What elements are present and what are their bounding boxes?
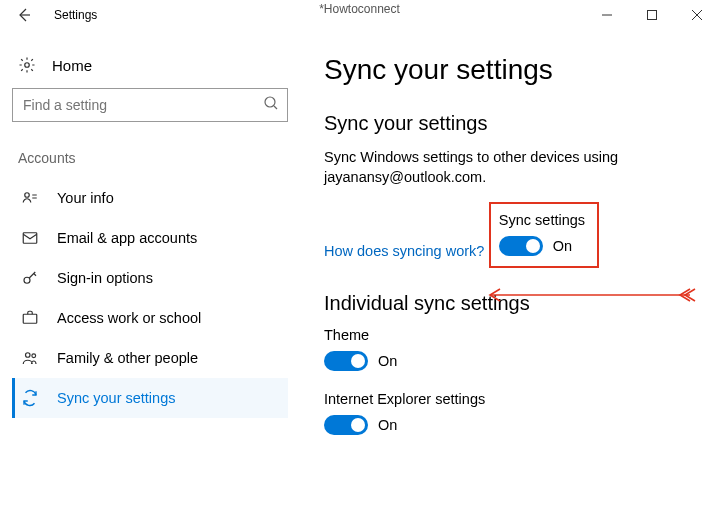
sidebar-item-label: Family & other people bbox=[57, 350, 198, 366]
key-icon bbox=[21, 269, 39, 287]
svg-point-2 bbox=[265, 97, 275, 107]
briefcase-icon bbox=[21, 309, 39, 327]
sidebar-item-work-school[interactable]: Access work or school bbox=[12, 298, 288, 338]
maximize-button[interactable] bbox=[629, 0, 674, 30]
svg-point-1 bbox=[25, 63, 30, 68]
gear-icon bbox=[18, 56, 36, 74]
minimize-button[interactable] bbox=[584, 0, 629, 30]
person-card-icon bbox=[21, 189, 39, 207]
sidebar: Home Accounts Your info bbox=[0, 30, 300, 522]
section-title: Sync your settings bbox=[324, 112, 695, 135]
annotation-highlight-box: Sync settings On bbox=[489, 202, 599, 268]
svg-rect-6 bbox=[23, 314, 37, 323]
svg-point-5 bbox=[24, 277, 30, 283]
sync-icon bbox=[21, 389, 39, 407]
help-link[interactable]: How does syncing work? bbox=[324, 243, 484, 259]
ie-toggle[interactable] bbox=[324, 415, 368, 435]
theme-toggle[interactable] bbox=[324, 351, 368, 371]
sidebar-item-family[interactable]: Family & other people bbox=[12, 338, 288, 378]
theme-setting: Theme On bbox=[324, 327, 695, 371]
main-panel: Sync your settings Sync your settings Sy… bbox=[300, 30, 719, 522]
page-title: Sync your settings bbox=[324, 54, 695, 86]
theme-state: On bbox=[378, 353, 397, 369]
search-box[interactable] bbox=[12, 88, 288, 122]
svg-rect-4 bbox=[23, 233, 37, 244]
sidebar-item-label: Access work or school bbox=[57, 310, 201, 326]
ie-label: Internet Explorer settings bbox=[324, 391, 695, 407]
sync-description: Sync Windows settings to other devices u… bbox=[324, 147, 654, 188]
theme-label: Theme bbox=[324, 327, 695, 343]
sidebar-item-label: Sign-in options bbox=[57, 270, 153, 286]
svg-point-7 bbox=[26, 353, 31, 358]
search-icon bbox=[263, 95, 279, 115]
people-icon bbox=[21, 349, 39, 367]
sidebar-item-label: Sync your settings bbox=[57, 390, 175, 406]
ie-setting: Internet Explorer settings On bbox=[324, 391, 695, 435]
svg-rect-0 bbox=[647, 11, 656, 20]
search-input[interactable] bbox=[21, 96, 263, 114]
titlebar: Settings *Howtoconnect bbox=[0, 0, 719, 30]
sidebar-item-sync[interactable]: Sync your settings bbox=[12, 378, 288, 418]
individual-title: Individual sync settings bbox=[324, 292, 695, 315]
mail-icon bbox=[21, 229, 39, 247]
sync-settings-toggle[interactable] bbox=[499, 236, 543, 256]
svg-point-8 bbox=[32, 354, 36, 358]
sidebar-item-signin[interactable]: Sign-in options bbox=[12, 258, 288, 298]
watermark-text: *Howtoconnect bbox=[319, 2, 400, 16]
content-area: Home Accounts Your info bbox=[0, 30, 719, 522]
window-controls bbox=[584, 0, 719, 30]
home-label: Home bbox=[52, 57, 92, 74]
sidebar-item-email[interactable]: Email & app accounts bbox=[12, 218, 288, 258]
sidebar-item-your-info[interactable]: Your info bbox=[12, 178, 288, 218]
back-button[interactable] bbox=[0, 0, 48, 30]
svg-point-3 bbox=[25, 193, 30, 198]
sidebar-item-label: Email & app accounts bbox=[57, 230, 197, 246]
window-title: Settings bbox=[54, 8, 97, 22]
sync-settings-state: On bbox=[553, 238, 572, 254]
sync-settings-label: Sync settings bbox=[499, 212, 585, 228]
close-button[interactable] bbox=[674, 0, 719, 30]
ie-state: On bbox=[378, 417, 397, 433]
home-nav[interactable]: Home bbox=[12, 50, 288, 88]
sidebar-item-label: Your info bbox=[57, 190, 114, 206]
sidebar-group-label: Accounts bbox=[12, 150, 288, 178]
arrow-left-icon bbox=[16, 7, 32, 23]
